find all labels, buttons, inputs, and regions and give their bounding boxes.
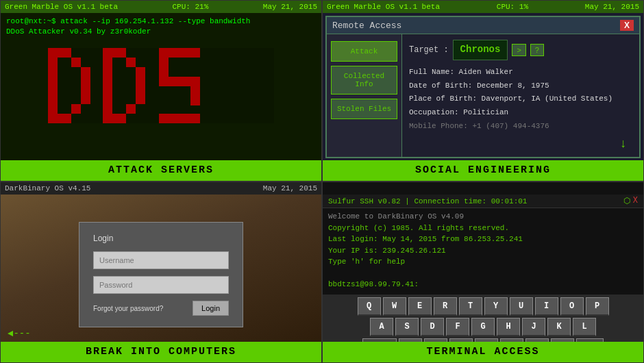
key-Q[interactable]: Q (358, 297, 381, 316)
key-J[interactable]: J (522, 318, 545, 336)
ra-dob: Date of Birth: December 8, 1975 (409, 79, 632, 93)
term-line-3: Last login: May 14, 2015 from 86.253.25.… (328, 234, 638, 245)
panel1-date: May 21, 2015 (263, 3, 317, 11)
ssh-close-icon[interactable]: X (633, 196, 638, 206)
ra-main: Target : Chronos > ? Full Name: Aiden Wa… (402, 34, 639, 157)
key-K[interactable]: K (547, 318, 571, 336)
forgot-password-link[interactable]: Forgot your password? (93, 305, 163, 312)
login-container: Login Forgot your password? Login (79, 208, 243, 327)
key-W[interactable]: W (383, 297, 406, 316)
panel4-label: TERMINAL ACCESS (323, 342, 643, 362)
panel1-os: Green Marble OS v1.1 beta (5, 3, 118, 11)
panel2-content: Remote Access X Attack Collected Info St… (323, 13, 643, 181)
panel3-label: BREAK INTO COMPUTERS (1, 342, 321, 362)
ra-close-button[interactable]: X (620, 20, 634, 31)
key-I[interactable]: I (535, 297, 558, 316)
terminal-line2: DDoS Attacker v0.34 by z3r0koder (6, 27, 316, 37)
login-box: Login Forgot your password? Login (79, 222, 243, 327)
panel1-topbar: Green Marble OS v1.1 beta CPU: 21% May 2… (1, 1, 321, 13)
kb-row2: A S D F G H J K L (325, 318, 641, 336)
username-input[interactable] (93, 251, 229, 269)
terminal-output: Welcome to DarkBinary OS v4.09 Copyright… (323, 208, 643, 293)
login-title: Login (93, 234, 229, 243)
ra-target-value: Chronos (453, 40, 508, 60)
panel1-content: root@nxt:~$ attack --ip 169.254.1.132 --… (1, 13, 321, 181)
panel1-label: ATTACK SERVERS (1, 160, 321, 181)
ra-collected-info-button[interactable]: Collected Info (331, 66, 397, 95)
key-H[interactable]: H (497, 318, 520, 336)
svg-rect-17 (48, 48, 274, 123)
panel-terminal: Sulfur SSH v0.82 | Connection time: 00:0… (322, 182, 644, 363)
key-F[interactable]: F (446, 318, 469, 336)
password-input[interactable] (93, 276, 229, 294)
ra-target-label: Target : (409, 43, 449, 57)
key-U[interactable]: U (510, 297, 533, 316)
key-E[interactable]: E (408, 297, 432, 316)
term-line-1: Welcome to DarkBinary OS v4.09 (328, 211, 638, 223)
ra-titlebar: Remote Access X (327, 17, 639, 34)
key-P[interactable]: P (586, 297, 609, 316)
panel4-content: Sulfur SSH v0.82 | Connection time: 00:0… (323, 195, 643, 362)
key-T[interactable]: T (459, 297, 482, 316)
ra-occupation: Occupation: Politician (409, 106, 632, 120)
key-Y[interactable]: Y (484, 297, 508, 316)
ra-mobile: Mobile Phone: +1 (407) 494-4376 (409, 120, 632, 134)
ddos-graphic (1, 41, 321, 123)
panel3-os: DarkBinary OS v4.15 (5, 184, 90, 192)
key-R[interactable]: R (434, 297, 457, 316)
term-line-2: Copyright (c) 1985. All rights reserved. (328, 223, 638, 234)
key-A[interactable]: A (370, 318, 393, 336)
panel3-date: May 21, 2015 (263, 184, 317, 192)
ra-nav-arrow[interactable]: > (512, 44, 525, 56)
key-L[interactable]: L (573, 318, 596, 336)
ra-scroll-arrow[interactable]: ↓ (409, 134, 632, 155)
ra-stolen-files-button[interactable]: Stolen Files (331, 99, 397, 119)
ra-pob: Place of Birth: Davenport, IA (United St… (409, 92, 632, 106)
key-G[interactable]: G (471, 318, 495, 336)
ddos-svg (48, 48, 274, 123)
panel3-content: Login Forgot your password? Login (1, 195, 321, 362)
panel2-cpu: CPU: 1% (497, 3, 528, 11)
term-line-4: Your IP is: 239.245.26.121 (328, 245, 638, 257)
panel-break-into: DarkBinary OS v4.15 May 21, 2015 Login F… (0, 182, 322, 363)
panel1-terminal: root@nxt:~$ attack --ip 169.254.1.132 --… (1, 13, 321, 41)
panel4-topbar (323, 182, 643, 195)
ra-body: Attack Collected Info Stolen Files Targe… (327, 34, 639, 157)
key-D[interactable]: D (421, 318, 444, 336)
kb-row1: Q W E R T Y U I O P (325, 297, 641, 316)
ssh-titlebar: Sulfur SSH v0.82 | Connection time: 00:0… (323, 195, 643, 208)
ra-attack-button[interactable]: Attack (331, 41, 397, 62)
ssh-title: Sulfur SSH v0.82 | Connection time: 00:0… (328, 197, 527, 205)
panel2-date: May 21, 2015 (585, 3, 639, 11)
term-line-6 (328, 268, 638, 279)
panel1-cpu: CPU: 21% (173, 3, 209, 11)
panel2-label: SOCIAL ENGINEERING (323, 160, 643, 181)
login-row: Forgot your password? Login (93, 301, 229, 316)
key-O[interactable]: O (560, 297, 584, 316)
ra-target-row: Target : Chronos > ? (409, 40, 632, 60)
term-prompt: bbdtzs1@98.99.79.41: (328, 279, 638, 290)
term-line-5: Type 'h' for help (328, 256, 638, 268)
ssh-resize-icon[interactable]: ⬡ (623, 196, 630, 206)
panel3-topbar: DarkBinary OS v4.15 May 21, 2015 (1, 182, 321, 195)
terminal-line1: root@nxt:~$ attack --ip 169.254.1.132 --… (6, 16, 316, 27)
panel2-os: Green Marble OS v1.1 beta (327, 3, 440, 11)
remote-access-window: Remote Access X Attack Collected Info St… (325, 16, 641, 158)
login-button[interactable]: Login (193, 301, 229, 316)
main-grid: Green Marble OS v1.1 beta CPU: 21% May 2… (0, 0, 644, 363)
panel2-topbar: Green Marble OS v1.1 beta CPU: 1% May 21… (323, 1, 643, 13)
ra-sidebar: Attack Collected Info Stolen Files (327, 34, 402, 157)
left-arrow: ◄--- (8, 328, 31, 339)
ra-help-button[interactable]: ? (530, 44, 544, 56)
ra-title: Remote Access (332, 21, 401, 31)
panel-attack-servers: Green Marble OS v1.1 beta CPU: 21% May 2… (0, 0, 322, 182)
panel-social-engineering: Green Marble OS v1.1 beta CPU: 1% May 21… (322, 0, 644, 182)
ssh-icons: ⬡ X (623, 196, 638, 206)
ra-full-name: Full Name: Aiden Walker (409, 66, 632, 79)
key-S[interactable]: S (395, 318, 419, 336)
